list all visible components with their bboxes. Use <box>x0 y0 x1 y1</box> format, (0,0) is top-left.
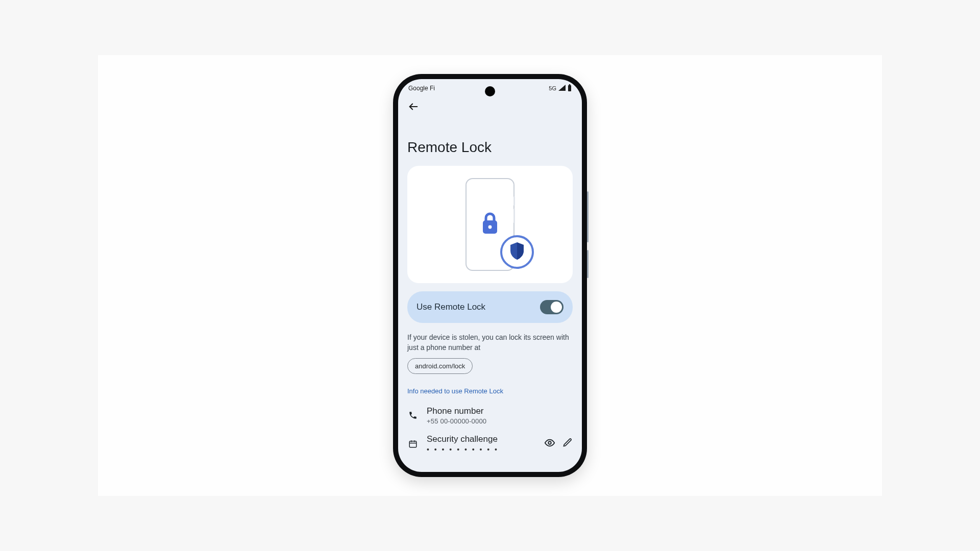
security-challenge-item[interactable]: Security challenge • • • • • • • • • • <box>407 434 573 454</box>
arrow-left-icon <box>408 101 419 114</box>
remote-lock-toggle[interactable] <box>540 300 564 314</box>
security-challenge-value: • • • • • • • • • • <box>427 445 536 454</box>
svg-point-4 <box>488 226 492 229</box>
toggle-label: Use Remote Lock <box>416 302 485 312</box>
image-stage: Google Fi 5G <box>98 55 882 496</box>
app-bar <box>398 97 582 115</box>
status-indicators: 5G <box>549 84 572 93</box>
phone-frame: Google Fi 5G <box>393 74 587 477</box>
battery-icon <box>568 84 572 93</box>
shield-icon <box>508 241 526 263</box>
content-area: Remote Lock <box>398 139 582 454</box>
phone-number-value: +55 00-00000-0000 <box>427 417 573 425</box>
shield-badge <box>500 235 534 269</box>
edit-icon[interactable] <box>562 437 573 450</box>
front-camera <box>485 86 495 96</box>
phone-number-title: Phone number <box>427 406 573 416</box>
phone-screen: Google Fi 5G <box>398 79 582 472</box>
svg-point-9 <box>548 441 551 444</box>
security-challenge-title: Security challenge <box>427 434 536 444</box>
signal-icon <box>558 85 566 92</box>
page-title: Remote Lock <box>407 139 573 156</box>
description-text: If your device is stolen, you can lock i… <box>407 332 573 353</box>
section-header: Info needed to use Remote Lock <box>407 387 573 395</box>
hero-card <box>407 166 573 283</box>
phone-number-item[interactable]: Phone number +55 00-00000-0000 <box>407 406 573 425</box>
carrier-label: Google Fi <box>408 85 435 92</box>
lock-icon <box>480 211 500 238</box>
phone-icon <box>407 411 419 420</box>
svg-rect-0 <box>568 85 571 91</box>
calendar-icon <box>407 439 419 448</box>
network-label: 5G <box>549 85 556 91</box>
svg-rect-1 <box>569 84 571 85</box>
use-remote-lock-row[interactable]: Use Remote Lock <box>407 291 573 323</box>
svg-rect-5 <box>409 441 416 447</box>
visibility-icon[interactable] <box>544 437 555 450</box>
lock-url-chip[interactable]: android.com/lock <box>407 358 473 374</box>
back-button[interactable] <box>406 101 421 115</box>
